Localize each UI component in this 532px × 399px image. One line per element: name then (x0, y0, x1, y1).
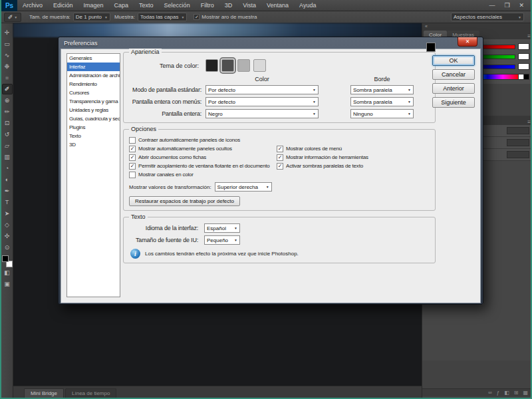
menu-ayuda[interactable]: Ayuda (294, 0, 321, 11)
check-informacion-herramientas[interactable]: ✓ Mostrar información de herramientas (277, 153, 368, 162)
black-chip[interactable] (523, 74, 529, 79)
opacity-value-box[interactable] (507, 139, 529, 146)
tool-brush[interactable]: ✏ (2, 106, 13, 117)
menu-filtro[interactable]: Filtro (196, 0, 219, 11)
fullscreen-menus-border-dropdown[interactable]: Sombra paralela ▼ (350, 97, 414, 106)
fill-value-box[interactable] (507, 151, 529, 158)
section-texto[interactable]: Texto (67, 132, 120, 140)
layer-mask-icon[interactable]: ◧ (504, 390, 509, 396)
tool-path-selection[interactable]: ➤ (2, 208, 13, 219)
tool-clone-stamp[interactable]: ⊡ (2, 118, 13, 128)
panel-menu-icon[interactable]: ≡ (525, 33, 532, 39)
section-interfaz[interactable]: Interfaz (67, 63, 120, 71)
green-value-box[interactable] (518, 53, 529, 60)
theme-swatch-light[interactable] (237, 59, 250, 72)
foreground-color-swatch[interactable] (2, 255, 9, 262)
ui-font-size-dropdown[interactable]: Pequeño ▼ (204, 235, 240, 245)
pen-icon: ✒ (5, 188, 10, 194)
theme-swatch-darkest[interactable] (205, 59, 218, 72)
close-icon[interactable]: ✕ (519, 2, 524, 9)
lock-extra-box[interactable] (507, 127, 529, 134)
blue-value-box[interactable] (518, 63, 529, 70)
menu-edicion[interactable]: Edición (48, 0, 78, 11)
tool-move[interactable]: ✛ (2, 27, 13, 38)
menu-ventana[interactable]: Ventana (261, 0, 294, 11)
standard-screen-border-dropdown[interactable]: Sombra paralela ▼ (350, 85, 414, 94)
restore-workspaces-button[interactable]: Restaurar espacios de trabajo por defect… (129, 196, 240, 206)
tool-hand[interactable]: ✣ (2, 231, 13, 241)
section-3d[interactable]: 3D (67, 140, 120, 149)
restore-icon[interactable]: ❒ (504, 2, 509, 9)
previous-button[interactable]: Anterior (432, 83, 475, 94)
tool-lasso[interactable]: ∿ (2, 50, 13, 61)
delete-layer-icon[interactable]: ▦ (523, 390, 528, 396)
tool-dodge[interactable]: ◐ (2, 174, 13, 185)
sample-layers-dropdown[interactable]: Todas las capas ▼ (138, 13, 187, 21)
tool-shape[interactable]: ◇ (2, 219, 13, 230)
tool-healing-brush[interactable]: ⊕ (2, 95, 13, 106)
foreground-background-swatches[interactable] (2, 255, 13, 267)
check-sombras-texto[interactable]: ✓ Activar sombras paralelas de texto (277, 162, 368, 170)
check-contraer-paneles[interactable]: Contraer automáticamente paneles de icon… (129, 136, 430, 144)
tool-marquee[interactable]: ▭ (2, 39, 13, 49)
dialog-title[interactable]: Preferencias (61, 37, 481, 49)
tab-mini-bridge[interactable]: Mini Bridge (24, 388, 64, 398)
dialog-close-button[interactable]: ✕ (458, 37, 477, 47)
workspace-switcher-dropdown[interactable]: Aspectos esenciales ▼ (451, 13, 524, 21)
menu-texto[interactable]: Texto (134, 0, 159, 11)
section-generales[interactable]: Generales (67, 54, 120, 63)
tool-type[interactable]: T (2, 197, 13, 207)
tool-screen-mode[interactable]: ▣ (2, 279, 13, 289)
new-layer-icon[interactable]: ⊞ (514, 390, 519, 396)
check-canales-color[interactable]: Mostrar canales en color (129, 170, 430, 179)
theme-swatch-lightest[interactable] (253, 59, 266, 72)
next-button[interactable]: Siguiente (432, 97, 475, 108)
check-colores-menu[interactable]: ✓ Mostrar colores de menú (277, 144, 368, 153)
tool-zoom[interactable]: ⊙ (2, 242, 13, 253)
tool-crop[interactable]: ⌗ (2, 72, 13, 83)
menu-capa[interactable]: Capa (109, 0, 134, 11)
fullscreen-menus-color-dropdown[interactable]: Por defecto ▼ (205, 97, 319, 106)
section-administracion-archivos[interactable]: Administración de archivos (67, 71, 120, 80)
standard-screen-color-dropdown[interactable]: Por defecto ▼ (205, 85, 319, 94)
menu-seleccion[interactable]: Selección (159, 0, 196, 11)
ui-language-dropdown[interactable]: Español ▼ (204, 223, 240, 233)
menu-imagen[interactable]: Imagen (78, 0, 109, 11)
section-rendimiento[interactable]: Rendimiento (67, 80, 120, 88)
fullscreen-border-dropdown[interactable]: Ninguno ▼ (350, 109, 414, 118)
menu-vista[interactable]: Vista (237, 0, 261, 11)
tab-timeline[interactable]: Línea de tiempo (65, 388, 116, 398)
tool-eraser[interactable]: ▱ (2, 140, 13, 151)
layer-style-icon[interactable]: ƒ (497, 390, 499, 396)
tool-eyedropper[interactable]: ✐ (2, 84, 13, 94)
cancel-button[interactable]: Cancelar (432, 69, 475, 80)
section-cursores[interactable]: Cursores (67, 88, 120, 97)
panel-foreground-swatch[interactable] (426, 43, 436, 52)
tool-pen[interactable]: ✒ (2, 186, 13, 196)
link-layers-icon[interactable]: ∞ (488, 390, 492, 396)
red-value-box[interactable] (518, 43, 529, 50)
sample-size-dropdown[interactable]: De 1 punto ▼ (73, 13, 110, 21)
section-unidades-reglas[interactable]: Unidades y reglas (67, 106, 120, 114)
tool-quick-mask[interactable]: ◧ (2, 267, 13, 278)
fullscreen-color-dropdown[interactable]: Negro ▼ (205, 109, 319, 118)
minimize-icon[interactable]: — (489, 2, 495, 9)
tool-preset-picker[interactable]: ✐ ▼ (4, 13, 21, 22)
section-plugins[interactable]: Plugins (67, 123, 120, 132)
tool-blur[interactable]: ◔ (2, 163, 13, 174)
dock-collapse-icon[interactable]: « (422, 23, 532, 30)
tool-gradient[interactable]: ▥ (2, 152, 13, 162)
chevron-down-icon: ▼ (408, 88, 411, 92)
section-transparencia[interactable]: Transparencia y gama (67, 97, 120, 106)
transform-values-dropdown[interactable]: Superior derecha ▼ (215, 182, 272, 192)
tool-history-brush[interactable]: ↺ (2, 129, 13, 140)
tool-quick-selection[interactable]: ❉ (2, 61, 13, 72)
ok-button[interactable]: OK (432, 55, 475, 66)
theme-swatch-dark-selected[interactable] (221, 59, 234, 72)
panel-menu-icon[interactable]: ≡ (525, 119, 532, 125)
show-sampling-ring-checkbox[interactable]: ✓ (194, 14, 200, 20)
menu-archivo[interactable]: Archivo (17, 0, 48, 11)
section-guias-cuadricula[interactable]: Guías, cuadrícula y sectores (67, 114, 120, 123)
white-chip[interactable] (518, 74, 523, 79)
menu-3d[interactable]: 3D (219, 0, 238, 11)
